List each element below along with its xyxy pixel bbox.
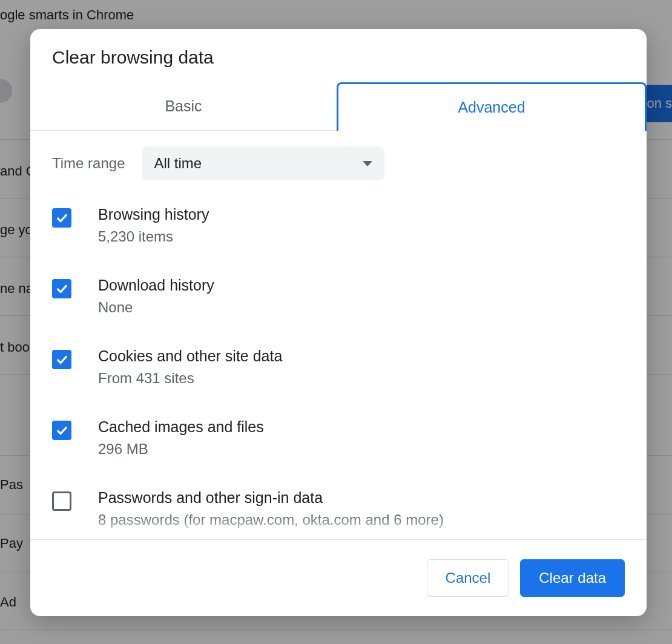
option-text: Cached images and files296 MB [98,418,264,458]
dialog-title: Clear browsing data [30,29,647,82]
tab-basic[interactable]: Basic [30,82,337,130]
clear-data-button[interactable]: Clear data [520,559,625,597]
option-text: Cookies and other site dataFrom 431 site… [98,347,282,387]
cancel-button[interactable]: Cancel [427,559,510,597]
time-range-value: All time [154,155,202,172]
clear-browsing-data-dialog: Clear browsing data Basic Advanced Time … [30,29,647,616]
chevron-down-icon [363,161,372,166]
check-icon [55,211,68,225]
option-row: Cookies and other site dataFrom 431 site… [52,347,625,387]
option-checkbox[interactable] [52,208,71,228]
time-range-label: Time range [52,155,125,172]
tabs: Basic Advanced [30,82,647,131]
option-text: Passwords and other sign-in data8 passwo… [98,489,444,528]
option-checkbox[interactable] [52,421,71,440]
option-subtitle: From 431 sites [98,370,282,387]
option-checkbox[interactable] [52,350,71,369]
option-checkbox[interactable] [52,491,71,511]
time-range-row: Time range All time [52,146,625,180]
option-subtitle: 5,230 items [98,228,209,245]
option-subtitle: 296 MB [98,441,264,458]
option-checkbox[interactable] [52,279,71,298]
dialog-body: Time range All time Browsing history5,23… [30,131,647,539]
option-row: Passwords and other sign-in data8 passwo… [52,489,625,528]
option-title: Browsing history [98,206,209,223]
check-icon [55,282,68,295]
dialog-footer: Cancel Clear data [30,539,647,616]
check-icon [55,424,68,437]
option-title: Cached images and files [98,418,264,436]
option-title: Cookies and other site data [98,347,282,365]
option-subtitle: None [98,299,214,316]
check-icon [55,353,68,366]
time-range-select[interactable]: All time [142,146,384,180]
option-row: Cached images and files296 MB [52,418,625,458]
option-row: Browsing history5,230 items [52,206,625,245]
option-row: Download historyNone [52,277,625,316]
tab-advanced[interactable]: Advanced [337,82,647,131]
option-title: Passwords and other sign-in data [98,489,444,507]
option-title: Download history [98,277,214,294]
option-text: Browsing history5,230 items [98,206,209,245]
option-subtitle: 8 passwords (for macpaw.com, okta.com an… [98,511,444,528]
option-text: Download historyNone [98,277,214,316]
